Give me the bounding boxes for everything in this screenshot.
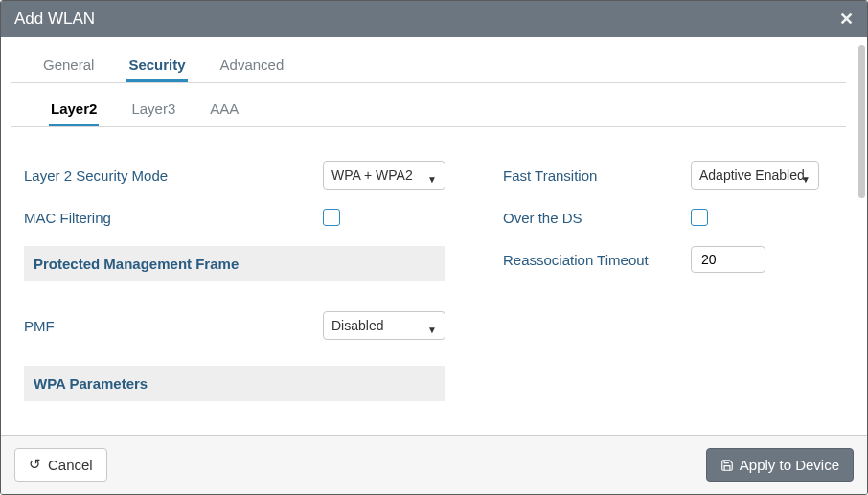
cancel-button[interactable]: Cancel [14, 448, 107, 482]
modal-footer: Cancel Apply to Device [1, 435, 867, 494]
apply-to-device-button[interactable]: Apply to Device [706, 448, 854, 482]
modal-title: Add WLAN [14, 10, 95, 29]
left-column: Layer 2 Security Mode WPA + WPA2 ▼ MAC F… [24, 154, 445, 424]
apply-button-label: Apply to Device [740, 457, 839, 473]
checkbox-mac-filtering[interactable] [323, 209, 340, 226]
tab-advanced[interactable]: Advanced [218, 51, 286, 82]
label-mac-filtering: MAC Filtering [24, 210, 323, 226]
layer2-content: Layer 2 Security Mode WPA + WPA2 ▼ MAC F… [1, 127, 856, 424]
row-reassoc-timeout: Reassociation Timeout [503, 238, 819, 281]
chevron-down-icon: ▼ [427, 174, 437, 185]
row-over-ds: Over the DS [503, 196, 819, 238]
subtab-layer2[interactable]: Layer2 [49, 95, 99, 126]
scrollbar[interactable] [858, 45, 865, 198]
modal-body: General Security Advanced Layer2 Layer3 … [1, 37, 856, 435]
cancel-button-label: Cancel [48, 457, 93, 473]
select-fast-transition[interactable]: Adaptive Enabled ▼ [691, 161, 819, 190]
right-column: Fast Transition Adaptive Enabled ▼ Over … [503, 154, 819, 424]
tab-security[interactable]: Security [126, 51, 187, 82]
chevron-down-icon: ▼ [427, 325, 437, 335]
label-security-mode: Layer 2 Security Mode [24, 168, 323, 184]
section-header-pmf: Protected Management Frame [24, 246, 445, 281]
chevron-down-icon: ▼ [801, 174, 811, 185]
subtab-aaa[interactable]: AAA [208, 95, 240, 126]
main-tabs: General Security Advanced [11, 37, 846, 83]
input-reassoc-timeout[interactable] [691, 246, 765, 273]
select-pmf[interactable]: Disabled ▼ [323, 311, 445, 340]
undo-icon [29, 459, 42, 472]
label-fast-transition: Fast Transition [503, 168, 691, 184]
subtab-layer3[interactable]: Layer3 [129, 95, 177, 126]
select-security-mode-value: WPA + WPA2 [331, 168, 413, 183]
modal-body-wrap: General Security Advanced Layer2 Layer3 … [1, 37, 867, 435]
section-header-wpa: WPA Parameters [24, 366, 445, 401]
save-icon [720, 459, 734, 472]
close-icon[interactable]: ✕ [839, 9, 854, 30]
row-pmf: PMF Disabled ▼ [24, 304, 445, 347]
tab-general[interactable]: General [41, 51, 96, 82]
label-reassoc-timeout: Reassociation Timeout [503, 252, 691, 268]
checkbox-over-ds[interactable] [691, 209, 708, 226]
row-fast-transition: Fast Transition Adaptive Enabled ▼ [503, 154, 819, 196]
select-security-mode[interactable]: WPA + WPA2 ▼ [323, 161, 445, 190]
label-over-ds: Over the DS [503, 210, 691, 226]
modal-header: Add WLAN ✕ [1, 1, 867, 37]
row-security-mode: Layer 2 Security Mode WPA + WPA2 ▼ [24, 154, 445, 196]
security-subtabs: Layer2 Layer3 AAA [11, 83, 846, 127]
select-fast-transition-value: Adaptive Enabled [699, 168, 805, 183]
label-pmf: PMF [24, 318, 323, 334]
select-pmf-value: Disabled [331, 318, 383, 333]
row-mac-filtering: MAC Filtering [24, 196, 445, 238]
add-wlan-modal: Add WLAN ✕ General Security Advanced Lay… [0, 0, 868, 495]
